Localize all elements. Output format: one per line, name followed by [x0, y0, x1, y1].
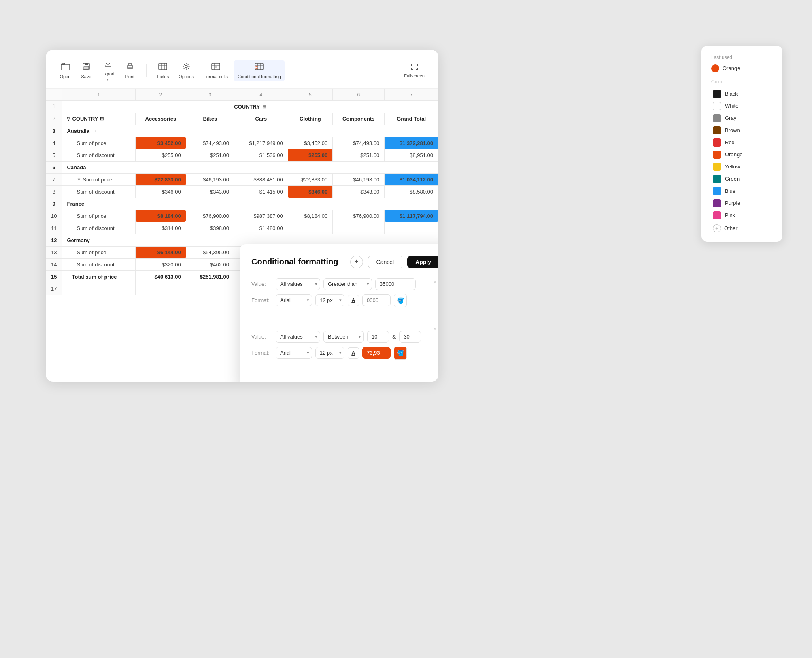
- cf-color-input-2[interactable]: [362, 347, 391, 359]
- cf-format-label-2: Format:: [251, 350, 272, 356]
- fullscreen-button[interactable]: Fullscreen: [400, 60, 429, 81]
- cp-color-item-pink[interactable]: Pink: [711, 210, 773, 221]
- cp-color-item-white[interactable]: White: [711, 101, 773, 111]
- conditional-formatting-button[interactable]: Conditional formatting: [234, 60, 285, 81]
- cp-blue-dot: [713, 187, 721, 195]
- cp-color-item-green[interactable]: Green: [711, 174, 773, 184]
- cp-blue-name: Blue: [725, 188, 735, 194]
- cp-color-list: Black White Gray Brown Red: [711, 89, 773, 221]
- cf-rule-1-close[interactable]: ×: [431, 278, 438, 287]
- cf-value-select-1[interactable]: All values: [276, 278, 320, 290]
- cp-other-label: Other: [724, 225, 738, 231]
- cp-color-item-gray[interactable]: Gray: [711, 113, 773, 124]
- toolbar-right: Fullscreen: [400, 60, 429, 81]
- cf-underline-btn-2[interactable]: A: [348, 347, 359, 359]
- toolbar: Open Save Export ▾: [46, 50, 438, 89]
- arrow-icon: →: [92, 128, 97, 134]
- cf-font-select-1[interactable]: Arial: [276, 294, 312, 306]
- cp-white-name: White: [725, 103, 738, 109]
- cf-threshold-input-1[interactable]: [375, 278, 416, 290]
- filter-icon: ⊞: [262, 104, 266, 109]
- cp-last-used-label: Last used: [711, 55, 773, 60]
- cf-rule-1-value-row: Value: All values Greater than: [251, 278, 438, 290]
- cf-condition-select-1[interactable]: Greater than: [323, 278, 372, 290]
- options-button[interactable]: Options: [174, 60, 198, 81]
- cf-add-button[interactable]: +: [350, 256, 363, 268]
- cp-color-item-purple[interactable]: Purple: [711, 198, 773, 209]
- cp-color-item-brown[interactable]: Brown: [711, 125, 773, 136]
- options-icon: [182, 62, 190, 72]
- cf-bg-swatch-1[interactable]: 🪣: [394, 294, 407, 307]
- svg-rect-5: [128, 67, 132, 68]
- country-merge-row: 1 COUNTRY ⊞: [46, 100, 438, 113]
- cf-rule-2-format-row: Format: Arial 12 px A 🪣: [251, 347, 438, 360]
- table-row: 7 ▼ Sum of price $22,833.00 $46,193.00 $…: [46, 173, 438, 185]
- save-button[interactable]: Save: [77, 60, 96, 81]
- toolbar-file-group: Open Save Export ▾: [55, 57, 140, 84]
- cp-brown-name: Brown: [725, 127, 740, 133]
- fullscreen-icon: [410, 63, 419, 72]
- cp-color-item-red[interactable]: Red: [711, 137, 773, 148]
- svg-rect-6: [128, 68, 130, 68]
- cp-white-dot: [713, 102, 721, 110]
- cf-apply-button[interactable]: Apply: [407, 256, 438, 268]
- cf-header: Conditional formatting + Cancel Apply: [251, 256, 438, 268]
- fields-icon: [158, 62, 167, 72]
- cf-underline-btn-1[interactable]: A: [348, 295, 359, 306]
- toolbar-view-group: Fields Options Format cells: [153, 60, 285, 81]
- table-row: 6 Canada: [46, 161, 438, 173]
- print-button[interactable]: Print: [120, 60, 140, 81]
- cp-color-label: Color: [711, 79, 773, 85]
- cp-color-item-blue[interactable]: Blue: [711, 186, 773, 196]
- cp-green-dot: [713, 175, 721, 183]
- table-row: 3 Australia →: [46, 125, 438, 137]
- cf-condition-select-2[interactable]: Between: [323, 331, 364, 343]
- collapse-icon: ▼: [77, 177, 81, 182]
- fields-button[interactable]: Fields: [153, 60, 173, 81]
- cp-black-name: Black: [725, 91, 738, 97]
- cp-gray-dot: [713, 114, 721, 122]
- cf-cancel-button[interactable]: Cancel: [368, 256, 403, 268]
- cf-value-select-2[interactable]: All values: [276, 331, 320, 343]
- col-number-row: 1 2 3 4 5 6 7: [46, 89, 438, 100]
- svg-rect-18: [215, 66, 217, 68]
- cp-other-item[interactable]: + Other: [711, 223, 773, 234]
- cp-color-item-black[interactable]: Black: [711, 89, 773, 99]
- cp-brown-dot: [713, 126, 721, 134]
- cf-threshold-from-input-2[interactable]: [367, 331, 389, 343]
- cf-size-select-2[interactable]: 12 px: [315, 347, 344, 359]
- table-row: 10 Sum of price $8,184.00 $76,900.00 $98…: [46, 210, 438, 222]
- spreadsheet-panel: Open Save Export ▾: [46, 50, 438, 382]
- cp-color-item-orange[interactable]: Orange: [711, 149, 773, 160]
- table-row: 9 France: [46, 198, 438, 210]
- cf-font-select-2[interactable]: Arial: [276, 347, 312, 359]
- format-cells-icon: [211, 62, 220, 72]
- paint-icon-2: 🪣: [397, 350, 404, 356]
- table-row: 5 Sum of discount $255.00 $251.00 $1,536…: [46, 149, 438, 161]
- cf-rule-2-close[interactable]: ×: [431, 324, 438, 333]
- cf-bg-swatch-2[interactable]: 🪣: [394, 347, 407, 360]
- format-cells-button[interactable]: Format cells: [200, 60, 232, 81]
- cf-size-select-1[interactable]: 12 px: [315, 294, 344, 306]
- open-icon: [61, 62, 70, 72]
- cp-green-name: Green: [725, 176, 740, 182]
- cp-red-dot: [713, 138, 721, 147]
- cf-threshold-to-input-2[interactable]: [399, 331, 421, 343]
- color-picker-panel: Last used Orange Color Black White Gray: [701, 46, 782, 242]
- cp-orange-dot: [713, 151, 721, 159]
- cf-value-label-1: Value:: [251, 281, 272, 287]
- cp-gray-name: Gray: [725, 115, 736, 121]
- cp-black-dot: [713, 90, 721, 98]
- cp-pink-name: Pink: [725, 212, 735, 218]
- cp-purple-dot: [713, 199, 721, 207]
- export-button[interactable]: Export ▾: [98, 57, 119, 84]
- open-button[interactable]: Open: [55, 60, 75, 81]
- table-row: 8 Sum of discount $346.00 $343.00 $1,415…: [46, 185, 438, 198]
- cp-purple-name: Purple: [725, 200, 740, 206]
- cp-color-item-yellow[interactable]: Yellow: [711, 162, 773, 172]
- cf-color-input-1[interactable]: [362, 294, 391, 306]
- cf-rule-1: × Value: All values Greater than: [251, 278, 438, 317]
- save-icon: [82, 62, 90, 72]
- cf-value-label-2: Value:: [251, 334, 272, 340]
- conditional-formatting-icon: [255, 62, 264, 72]
